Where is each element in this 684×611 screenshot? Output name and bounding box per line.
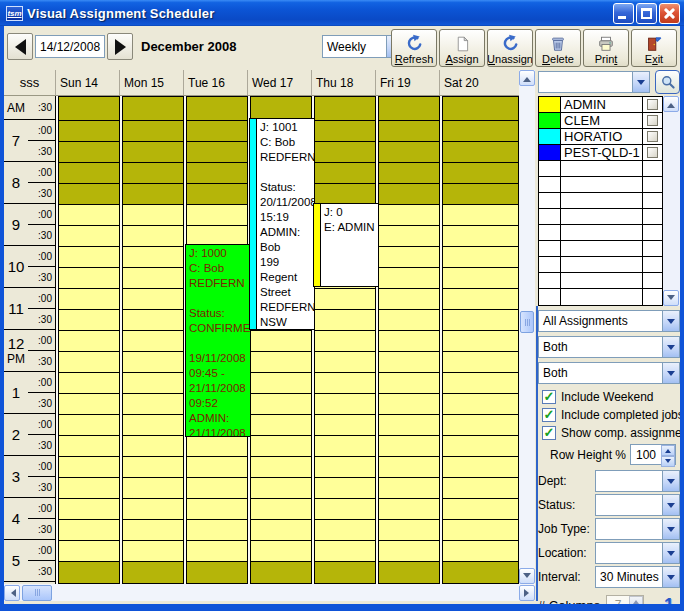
- calendar-cell[interactable]: [251, 352, 311, 373]
- calendar-cell[interactable]: [443, 415, 518, 436]
- toolbar-button-print[interactable]: Print: [583, 29, 629, 67]
- calendar-cell[interactable]: [315, 457, 375, 478]
- calendar-cell[interactable]: [443, 268, 518, 289]
- calendar-cell[interactable]: [59, 121, 119, 142]
- calendar-cell[interactable]: [59, 415, 119, 436]
- calendar-cell[interactable]: [123, 352, 183, 373]
- calendar-cell[interactable]: [59, 478, 119, 499]
- calendar-cell[interactable]: [315, 121, 375, 142]
- num-columns-spinner[interactable]: 7: [606, 595, 644, 605]
- filter-select-dept[interactable]: [595, 470, 680, 492]
- checkbox-box[interactable]: ✓: [542, 390, 556, 404]
- calendar-cell[interactable]: [379, 205, 439, 226]
- toolbar-button-exit[interactable]: Exit: [631, 29, 677, 67]
- calendar-cell[interactable]: [443, 520, 518, 541]
- calendar-cell[interactable]: [123, 97, 183, 121]
- toolbar-button-assign[interactable]: Assign: [439, 29, 485, 67]
- calendar-cell[interactable]: [59, 394, 119, 415]
- spin-up-icon[interactable]: [661, 445, 675, 456]
- calendar-cell[interactable]: [123, 499, 183, 520]
- chevron-down-icon[interactable]: [632, 72, 649, 92]
- calendar-cell[interactable]: [187, 541, 247, 562]
- calendar-cell[interactable]: [59, 97, 119, 121]
- calendar-cell[interactable]: [59, 562, 119, 583]
- calendar-cell[interactable]: [443, 541, 518, 562]
- calendar-cell[interactable]: [251, 541, 311, 562]
- calendar-cell[interactable]: [59, 226, 119, 247]
- scroll-down-icon[interactable]: [519, 568, 535, 584]
- both-filter-select-1[interactable]: Both: [538, 336, 680, 358]
- calendar-cell[interactable]: [123, 205, 183, 226]
- calendar-cell[interactable]: [123, 247, 183, 268]
- calendar-cell[interactable]: [315, 562, 375, 583]
- calendar-cell[interactable]: [315, 436, 375, 457]
- calendar-cell[interactable]: [59, 436, 119, 457]
- calendar-cell[interactable]: [59, 331, 119, 352]
- next-week-button[interactable]: [107, 33, 133, 60]
- legend-row-horatio[interactable]: HORATIO: [539, 129, 662, 145]
- chevron-down-icon[interactable]: [662, 311, 679, 331]
- calendar-cell[interactable]: [59, 142, 119, 163]
- calendar-cell[interactable]: [59, 205, 119, 226]
- calendar-cell[interactable]: [123, 184, 183, 205]
- calendar-cell[interactable]: [443, 352, 518, 373]
- legend-row-pest-qld-1[interactable]: PEST-QLD-1: [539, 145, 662, 161]
- calendar-cell[interactable]: [443, 184, 518, 205]
- calendar-cell[interactable]: [379, 310, 439, 331]
- calendar-cell[interactable]: [59, 541, 119, 562]
- calendar-cell[interactable]: [379, 142, 439, 163]
- calendar-cell[interactable]: [251, 562, 311, 583]
- chevron-down-icon[interactable]: [662, 363, 679, 383]
- calendar-cell[interactable]: [123, 268, 183, 289]
- chevron-down-icon[interactable]: [662, 543, 679, 563]
- resource-filter-select[interactable]: [538, 71, 650, 93]
- single-column-view-icon[interactable]: 1: [664, 596, 674, 604]
- calendar-cell[interactable]: [59, 373, 119, 394]
- calendar-cell[interactable]: [187, 163, 247, 184]
- calendar-cell[interactable]: [187, 457, 247, 478]
- event-job-1000[interactable]: J: 1000C: BobREDFERN Status:CONFIRMED 19…: [185, 244, 251, 437]
- calendar-cell[interactable]: [251, 331, 311, 352]
- horizontal-scrollbar[interactable]: [4, 584, 535, 601]
- calendar-cell[interactable]: [379, 562, 439, 583]
- checkbox-include-weekend[interactable]: ✓Include Weekend: [542, 388, 680, 406]
- calendar-cell[interactable]: [251, 478, 311, 499]
- calendar-cell[interactable]: [187, 478, 247, 499]
- calendar-cell[interactable]: [59, 268, 119, 289]
- date-input[interactable]: 14/12/2008: [35, 35, 105, 58]
- calendar-cell[interactable]: [315, 97, 375, 121]
- toolbar-button-delete[interactable]: Delete: [535, 29, 581, 67]
- calendar-cell[interactable]: [443, 373, 518, 394]
- calendar-cell[interactable]: [379, 457, 439, 478]
- calendar-cell[interactable]: [379, 520, 439, 541]
- scroll-up-icon[interactable]: [519, 70, 535, 86]
- event-job-0[interactable]: J: 0E: ADMIN: [313, 203, 379, 287]
- calendar-cell[interactable]: [123, 562, 183, 583]
- calendar-cell[interactable]: [443, 121, 518, 142]
- scroll-right-icon[interactable]: [519, 585, 535, 601]
- calendar-cell[interactable]: [123, 289, 183, 310]
- calendar-cell[interactable]: [315, 352, 375, 373]
- calendar-cell[interactable]: [379, 331, 439, 352]
- titlebar[interactable]: tsm Visual Assignment Scheduler: [0, 0, 684, 26]
- prev-week-button[interactable]: [7, 33, 33, 60]
- calendar-cell[interactable]: [123, 478, 183, 499]
- calendar-cell[interactable]: [187, 205, 247, 226]
- legend-checkbox[interactable]: [647, 99, 658, 110]
- calendar-cell[interactable]: [379, 184, 439, 205]
- calendar-cell[interactable]: [251, 520, 311, 541]
- calendar-cell[interactable]: [315, 142, 375, 163]
- calendar-cell[interactable]: [59, 184, 119, 205]
- calendar-cell[interactable]: [187, 562, 247, 583]
- filter-select-location[interactable]: [595, 542, 680, 564]
- calendar-cell[interactable]: [379, 247, 439, 268]
- legend-checkbox[interactable]: [647, 115, 658, 126]
- vertical-scrollbar[interactable]: [519, 70, 535, 584]
- calendar-cell[interactable]: [251, 499, 311, 520]
- chevron-down-icon[interactable]: [662, 519, 679, 539]
- calendar-cell[interactable]: [379, 373, 439, 394]
- calendar-cell[interactable]: [379, 436, 439, 457]
- checkbox-show-comp-assignments[interactable]: ✓Show comp. assignments: [542, 424, 680, 442]
- spin-down-icon[interactable]: [661, 456, 675, 467]
- calendar-cell[interactable]: [187, 121, 247, 142]
